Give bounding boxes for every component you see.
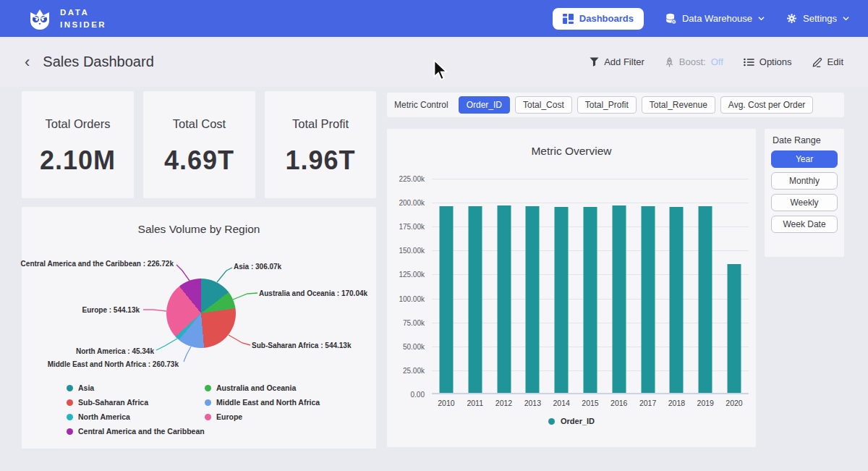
bar-2010[interactable] (439, 206, 453, 393)
boost-label: Boost: (679, 56, 706, 67)
bar-2018[interactable] (670, 207, 684, 393)
bar-column: 2013 (518, 179, 547, 393)
pie-legend-item[interactable]: Asia (67, 381, 205, 395)
legend-label: Europe (216, 412, 242, 421)
metric-option-total-cost[interactable]: Total_Cost (515, 96, 572, 114)
legend-dot (205, 399, 211, 406)
legend-label: Central America and the Caribbean (78, 427, 205, 436)
y-axis-tick: 150.00k (387, 247, 425, 255)
pencil-icon (812, 57, 822, 67)
add-filter-button[interactable]: Add Filter (590, 56, 644, 67)
options-label: Options (760, 56, 792, 67)
leader-line (176, 265, 190, 281)
kpi-value: 4.69T (143, 145, 255, 176)
pie-label: Asia : 306.07k (234, 263, 281, 271)
leader-line (217, 268, 232, 282)
rocket-icon (665, 57, 674, 67)
kpi-card-total-cost: Total Cost 4.69T (143, 91, 255, 198)
x-axis-tick: 2010 (438, 399, 454, 407)
date-range-card: Date Range Year Monthly Weekly Week Date (765, 129, 844, 257)
legend-label: Asia (78, 383, 94, 392)
bar-2020[interactable] (728, 264, 741, 393)
legend-label: Sub-Saharan Africa (78, 398, 148, 407)
bar-2014[interactable] (555, 207, 569, 393)
options-list-icon (744, 58, 754, 67)
brand: DATA INSIDER (27, 7, 106, 30)
bar-2012[interactable] (497, 205, 511, 393)
y-axis-tick: 25.00k (387, 367, 425, 375)
top-navbar: DATA INSIDER Dashboards (0, 0, 868, 37)
x-axis-tick: 2014 (553, 399, 569, 407)
y-axis-tick: 100.00k (387, 295, 425, 303)
metric-control-label: Metric Control (394, 100, 448, 110)
bar-chart-legend[interactable]: Order_ID (387, 417, 756, 425)
pie-label: Europe : 544.13k (82, 306, 140, 314)
metric-option-total-profit[interactable]: Total_Profit (577, 96, 637, 114)
y-axis-tick: 125.00k (387, 271, 425, 279)
back-button[interactable]: ‹ (25, 54, 30, 70)
x-axis-tick: 2011 (467, 399, 483, 407)
metric-option-avg-cost-per-order[interactable]: Avg. Cost per Order (720, 96, 814, 114)
bar-2011[interactable] (468, 206, 482, 393)
brand-line-1: DATA (60, 7, 106, 18)
boost-toggle[interactable]: Boost:Off (665, 56, 723, 67)
kpi-value: 1.96T (265, 145, 376, 176)
owl-logo-icon (27, 7, 52, 30)
pie-legend-item[interactable]: Europe (205, 410, 320, 424)
header-toolbar: Add Filter Boost:Off Options (590, 56, 843, 67)
pie-chart[interactable] (166, 279, 236, 348)
pie-legend-item[interactable]: Middle East and North Africa (205, 395, 320, 410)
x-axis-tick: 2019 (697, 399, 714, 407)
pie-legend-item[interactable]: North America (67, 410, 205, 424)
metric-option-total-revenue[interactable]: Total_Revenue (642, 96, 715, 114)
gear-icon (786, 13, 797, 24)
x-axis-tick: 2015 (582, 399, 598, 407)
options-button[interactable]: Options (744, 56, 792, 67)
bar-2016[interactable] (612, 205, 626, 393)
legend-dot (67, 399, 73, 406)
leader-line (156, 339, 177, 350)
pie-legend-column-1: AsiaSub-Saharan AfricaNorth AmericaCentr… (67, 381, 205, 438)
kpi-card-total-orders: Total Orders 2.10M (22, 91, 134, 198)
settings-label: Settings (803, 13, 837, 24)
bar-2019[interactable] (699, 206, 712, 393)
pie-chart-title: Sales Volume by Region (22, 223, 376, 236)
date-range-year[interactable]: Year (771, 150, 838, 168)
pie-legend-item[interactable]: Central America and the Caribbean (67, 424, 205, 438)
bar-column: 2018 (663, 179, 692, 393)
metric-option-order-id[interactable]: Order_ID (459, 96, 510, 114)
metric-overview-card: Metric Overview 225.00k200.00k175.00k150… (387, 129, 756, 447)
legend-dot (205, 385, 211, 391)
pie-label: Central America and the Caribbean : 226.… (21, 260, 174, 268)
date-range-week-date[interactable]: Week Date (771, 216, 838, 233)
dashboard-grid-icon (563, 14, 574, 24)
pie-label: Middle East and North Africa : 260.73k (48, 360, 179, 368)
bar-2017[interactable] (641, 206, 655, 393)
pie-legend-item[interactable]: Australia and Oceania (205, 381, 320, 395)
bar-column: 2019 (691, 179, 720, 393)
date-range-label: Date Range (773, 135, 821, 145)
x-axis-tick: 2013 (524, 399, 541, 407)
x-axis-tick: 2017 (639, 399, 656, 407)
y-axis-tick: 225.00k (387, 175, 425, 183)
dashboards-button[interactable]: Dashboards (553, 8, 644, 30)
date-range-weekly[interactable]: Weekly (771, 194, 838, 211)
kpi-value: 2.10M (22, 145, 134, 176)
bar-2015[interactable] (583, 207, 597, 393)
data-warehouse-menu[interactable]: Data Warehouse (665, 13, 765, 25)
data-warehouse-label: Data Warehouse (682, 13, 752, 24)
x-axis-tick: 2012 (495, 399, 512, 407)
legend-label: North America (78, 412, 130, 421)
dashboards-label: Dashboards (579, 13, 634, 24)
kpi-card-total-profit: Total Profit 1.96T (265, 91, 376, 198)
bar-column: 2012 (490, 179, 519, 393)
date-range-monthly[interactable]: Monthly (771, 172, 838, 190)
bar-2013[interactable] (526, 206, 540, 393)
kpi-label: Total Orders (22, 117, 134, 131)
settings-menu[interactable]: Settings (786, 13, 849, 24)
pie-legend-item[interactable]: Sub-Saharan Africa (67, 395, 205, 410)
bar-column: 2014 (547, 179, 576, 393)
brand-text: DATA INSIDER (60, 7, 106, 30)
x-axis-tick: 2018 (668, 399, 685, 407)
edit-button[interactable]: Edit (812, 56, 843, 67)
